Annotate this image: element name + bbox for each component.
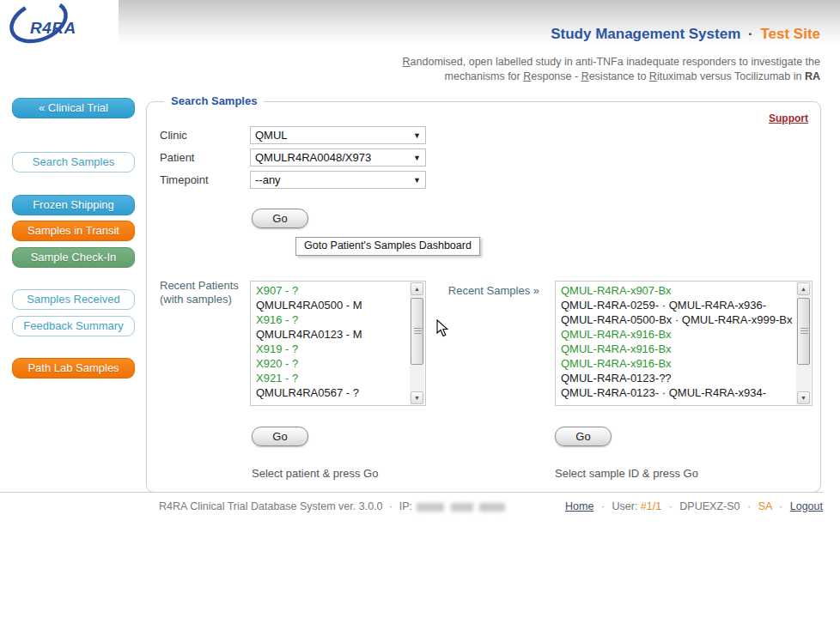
ip-redacted [451, 503, 473, 512]
clinic-label: Clinic [160, 129, 187, 142]
list-item[interactable]: QMUL-R4RA-x907-Bx [561, 283, 796, 298]
user-code: DPUEXZ-S0 [679, 500, 740, 512]
sidebar-item-search-samples[interactable]: Search Samples [12, 152, 135, 173]
scroll-down-icon[interactable]: ▼ [797, 391, 810, 404]
ip-label: IP: [399, 500, 412, 512]
list-item[interactable]: X920 - ? [256, 356, 410, 371]
r4ra-logo[interactable]: R4RA [0, 0, 119, 48]
sidebar-item-samples-in-transit[interactable]: Samples in Transit [12, 221, 135, 241]
footer-divider [0, 492, 823, 493]
samples-go-button[interactable]: Go [555, 427, 612, 446]
scrollbar-thumb[interactable] [411, 298, 423, 365]
clinic-select-value: QMUL [255, 129, 288, 142]
list-item[interactable]: QMUL-R4RA-0259- · QMUL-R4RA-x936- [561, 298, 796, 312]
list-item[interactable]: QMUL-R4RA-x916-Bx [561, 327, 796, 342]
search-samples-panel: Search Samples Support Clinic QMUL ▼ Pat… [146, 101, 821, 493]
footer-version: R4RA Clinical Trial Database System ver.… [159, 500, 507, 512]
go-button-tooltip: Goto Patient's Samples Dashboard [295, 237, 480, 256]
sidebar-item-samples-received[interactable]: Samples Received [12, 289, 135, 310]
list-item[interactable]: QMUL-R4RA-0500-Bx · QMUL-R4RA-x999-Bx [561, 312, 796, 327]
timepoint-select[interactable]: --any ▼ [250, 171, 426, 189]
list-item[interactable]: QMULR4RA0123 - M [256, 327, 410, 342]
timepoint-select-value: --any [255, 173, 281, 186]
patients-caption: Select patient & press Go [252, 467, 378, 480]
recent-samples-items: QMUL-R4RA-x907-BxQMUL-R4RA-0259- · QMUL-… [556, 283, 796, 405]
recent-patients-listbox[interactable]: X907 - ?QMULR4RA0500 - MX916 - ?QMULR4RA… [250, 281, 426, 406]
logout-link[interactable]: Logout [790, 500, 823, 512]
panel-legend: Search Samples [164, 94, 264, 107]
list-item[interactable]: X921 - ? [256, 371, 410, 385]
thumb-grip-icon [800, 328, 808, 335]
scrollbar-thumb[interactable] [797, 298, 810, 365]
list-item[interactable]: QMUL-R4RA-0123-?? [561, 371, 796, 385]
patients-go-button[interactable]: Go [252, 427, 308, 446]
sidebar-item-path-lab-samples[interactable]: Path Lab Samples [12, 358, 135, 379]
app-title-main: Study Management System [551, 26, 740, 42]
sidebar-item-sample-check-in[interactable]: Sample Check-In [12, 247, 135, 268]
search-go-button[interactable]: Go [252, 209, 308, 228]
site-badge: Test Site [760, 26, 820, 42]
patient-select[interactable]: QMULR4RA0048/X973 ▼ [250, 148, 426, 167]
logo-text: R4RA [30, 19, 76, 37]
scroll-up-icon[interactable]: ▲ [797, 282, 810, 295]
recent-patients-items: X907 - ?QMULR4RA0500 - MX916 - ?QMULR4RA… [251, 283, 410, 405]
user-label: User: [612, 500, 637, 512]
clinic-select[interactable]: QMUL ▼ [250, 126, 426, 144]
list-item[interactable]: QMUL-R4RA-0123- · QMUL-R4RA-x934- [561, 385, 796, 400]
scroll-down-icon[interactable]: ▼ [411, 391, 423, 404]
sidebar-item-clinical-trial[interactable]: « Clinical Trial [12, 98, 135, 118]
ip-redacted [479, 503, 505, 512]
recent-samples-listbox[interactable]: QMUL-R4RA-x907-BxQMUL-R4RA-0259- · QMUL-… [555, 281, 813, 406]
app-title: Study Management System · Test Site [551, 26, 820, 43]
list-item[interactable]: X907 - ? [256, 283, 410, 298]
list-item[interactable]: QMULR4RA0500 - M [256, 298, 410, 312]
footer-user-bar: Home · User: #1/1 · DPUEXZ-S0 · SA · Log… [565, 500, 823, 512]
chevron-down-icon: ▼ [413, 173, 421, 189]
user-role: SA [758, 500, 772, 512]
list-item[interactable]: X916 - ? [256, 312, 410, 327]
ip-redacted [417, 503, 444, 512]
list-item[interactable]: QMUL-R4RA-x916-Bx [561, 356, 796, 371]
title-separator: · [748, 26, 753, 42]
home-link[interactable]: Home [565, 500, 593, 512]
samples-scrollbar[interactable]: ▲ ▼ [796, 282, 811, 404]
study-description-line1: Randomised, open labelled study in anti-… [305, 55, 820, 70]
study-description: Randomised, open labelled study in anti-… [305, 55, 820, 84]
recent-samples-label: Recent Samples » [405, 284, 539, 297]
support-link[interactable]: Support [769, 112, 808, 124]
chevron-down-icon: ▼ [413, 150, 421, 167]
chevron-down-icon: ▼ [413, 128, 421, 144]
user-count: #1/1 [641, 500, 661, 512]
list-item[interactable]: X919 - ? [256, 342, 410, 356]
logo-swoosh-icon: R4RA [0, 0, 119, 48]
page: R4RA Study Management System · Test Site… [0, 0, 840, 636]
patient-select-value: QMULR4RA0048/X973 [255, 151, 371, 164]
footer-dot: · [389, 500, 393, 512]
study-description-line2: mechanisms for Response - Resistance to … [305, 70, 820, 84]
list-item[interactable]: QMULR4RA0567 - ? [256, 385, 410, 400]
timepoint-label: Timepoint [160, 173, 209, 186]
sidebar-item-feedback-summary[interactable]: Feedback Summary [12, 316, 135, 336]
sidebar-item-frozen-shipping[interactable]: Frozen Shipping [12, 195, 135, 215]
patient-label: Patient [160, 151, 194, 164]
list-item[interactable]: QMUL-R4RA-x916-Bx [561, 342, 796, 356]
recent-patients-label: Recent Patients (with samples) [160, 279, 239, 306]
patients-scrollbar[interactable]: ▲ ▼ [410, 282, 424, 404]
thumb-grip-icon [414, 328, 422, 335]
mouse-cursor-icon [436, 319, 448, 337]
samples-caption: Select sample ID & press Go [555, 467, 698, 480]
